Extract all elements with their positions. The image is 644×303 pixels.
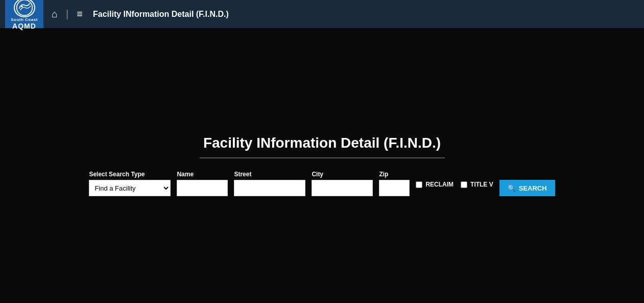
city-input[interactable] <box>312 180 373 196</box>
home-icon[interactable]: ⌂ <box>50 6 60 22</box>
name-input[interactable] <box>177 180 228 196</box>
navbar: South Coast AQMD ⌂ | ≡ Facility INformat… <box>0 0 644 28</box>
street-group: Street <box>234 171 305 196</box>
svg-point-0 <box>16 0 32 15</box>
name-group: Name <box>177 171 228 196</box>
search-icon: 🔍 <box>508 184 516 192</box>
search-type-select[interactable]: Find a Facility Find by Permit Number Fi… <box>89 180 171 196</box>
main-content: Facility INformation Detail (F.I.N.D.) S… <box>0 28 644 303</box>
zip-label: Zip <box>379 171 410 178</box>
title-v-group: TITLE V <box>461 181 493 188</box>
reclaim-group: RECLAIM <box>416 181 454 188</box>
nav-title: Facility INformation Detail (F.I.N.D.) <box>93 10 229 19</box>
zip-input[interactable] <box>379 180 410 196</box>
search-form: Select Search Type Find a Facility Find … <box>89 171 555 196</box>
city-label: City <box>312 171 373 178</box>
menu-icon[interactable]: ≡ <box>75 6 85 22</box>
logo-south-coast: South Coast <box>11 17 38 22</box>
logo-aqmd: AQMD <box>12 22 36 30</box>
logo-circle <box>14 0 35 17</box>
city-group: City <box>312 171 373 196</box>
search-button-label: SEARCH <box>519 184 547 192</box>
reclaim-checkbox[interactable] <box>416 181 422 188</box>
search-type-label: Select Search Type <box>89 171 171 178</box>
checkboxes-container: RECLAIM TITLE V <box>416 181 493 194</box>
title-v-label[interactable]: TITLE V <box>470 181 493 188</box>
street-input[interactable] <box>234 180 305 196</box>
nav-separator: | <box>66 8 68 20</box>
svg-point-1 <box>21 6 22 7</box>
zip-group: Zip <box>379 171 410 196</box>
logo-container: South Coast AQMD <box>5 0 43 28</box>
search-type-group: Select Search Type Find a Facility Find … <box>89 171 171 196</box>
name-label: Name <box>177 171 228 178</box>
reclaim-label[interactable]: RECLAIM <box>425 181 454 188</box>
page-title: Facility INformation Detail (F.I.N.D.) <box>203 135 441 151</box>
title-underline <box>200 157 445 158</box>
title-v-checkbox[interactable] <box>461 181 467 188</box>
search-button[interactable]: 🔍 SEARCH <box>499 180 555 196</box>
street-label: Street <box>234 171 305 178</box>
